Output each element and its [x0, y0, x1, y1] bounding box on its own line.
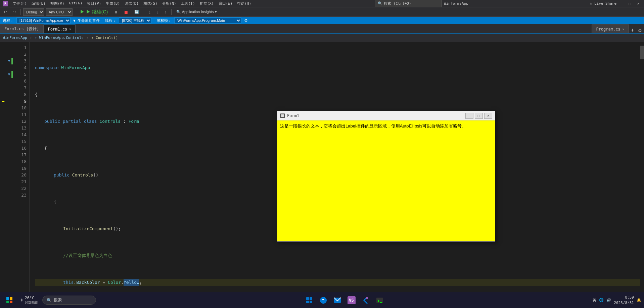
ln-1: 1	[13, 44, 27, 51]
bp-18	[0, 158, 7, 165]
winforms-close[interactable]: ✕	[484, 113, 492, 119]
col-3[interactable]: ▼	[7, 58, 11, 64]
col-12	[7, 118, 11, 125]
toolbar-sep4	[171, 9, 172, 15]
process-select[interactable]: [17516] WinFormsApp.exe	[16, 17, 71, 23]
title-bar-left: R 文件(F) 编辑(E) 视图(V) Git(G) 项目(P) 生成(B) 调…	[3, 0, 253, 7]
restart-button[interactable]: 🔄	[132, 9, 141, 15]
toolbar-undo[interactable]: ↩	[1, 9, 9, 15]
stack-select[interactable]: WinFormsApp.Program.Main	[174, 17, 241, 23]
tab-form1-close[interactable]: ✕	[69, 27, 71, 31]
col-22	[7, 185, 11, 192]
menu-build[interactable]: 生成(B)	[104, 0, 122, 7]
search-bar[interactable]: 🔍 搜索 (Ctrl+Q)	[375, 0, 442, 7]
lifecycle-btn[interactable]: ▼ 生命周期事件	[73, 18, 100, 23]
menu-git[interactable]: Git(G)	[67, 0, 85, 7]
bp-4	[0, 64, 7, 71]
new-tab-btn[interactable]: +	[629, 27, 636, 33]
ln-19: 19	[13, 165, 27, 172]
toolbar-redo[interactable]: ↪	[10, 9, 18, 15]
ln-4: 4	[13, 64, 27, 71]
col-23	[7, 192, 11, 199]
menu-analyze[interactable]: 分析(N)	[160, 0, 178, 7]
menu-tools[interactable]: 工具(T)	[179, 0, 197, 7]
run-button[interactable]: ▶ ▶ 继续(C)	[78, 8, 110, 16]
ln-10: 10	[13, 105, 27, 111]
menu-project[interactable]: 项目(P)	[85, 0, 103, 7]
ln-14: 14	[13, 132, 27, 138]
col-6	[7, 78, 11, 85]
bp-17	[0, 152, 7, 158]
taskbar-mail[interactable]	[331, 294, 344, 307]
svg-rect-4	[306, 297, 309, 300]
menu-extensions[interactable]: 扩展(X)	[198, 0, 216, 7]
stop-button[interactable]: ⏹	[121, 8, 131, 16]
menu-edit[interactable]: 编辑(E)	[30, 0, 48, 7]
main-area: WinFormsApp › ✦ WinFormsApp.Controls › ✦…	[0, 34, 644, 308]
step-out[interactable]: ↑	[163, 9, 169, 15]
col-14	[7, 132, 11, 138]
menu-window[interactable]: 窗口(W)	[217, 0, 235, 7]
search-placeholder: 搜索 (Ctrl+Q)	[384, 1, 411, 6]
menu-help[interactable]: 帮助(H)	[235, 0, 253, 7]
bp-14	[0, 132, 7, 138]
col-16	[7, 145, 11, 152]
start-button[interactable]	[3, 294, 16, 307]
col-7	[7, 85, 11, 91]
ln-22: 22	[13, 185, 27, 192]
tab-bar: Form1.cs [设计] Form1.cs ✕ Program.cs ✕ + …	[0, 24, 644, 34]
menu-debug[interactable]: 调试(D)	[123, 0, 141, 7]
cpu-select[interactable]: Any CPU	[46, 8, 73, 16]
line-numbers: 1 2 3 4 5 6 7 8 9 10 11 12 13 14	[13, 42, 30, 293]
pause-button[interactable]: ⏸	[111, 9, 120, 15]
winforms-maximize[interactable]: □	[475, 113, 483, 119]
taskbar-edge[interactable]	[317, 294, 330, 307]
ln-21: 21	[13, 178, 27, 185]
toolbar-sep1	[20, 9, 21, 15]
lang-indicator[interactable]: 英	[593, 298, 596, 303]
tab-options[interactable]: ⚙	[636, 28, 644, 33]
tab-program-cs[interactable]: Program.cs ✕	[592, 24, 629, 33]
app-insights[interactable]: 🔍 Application Insights ▾	[174, 9, 219, 15]
debug-settings[interactable]: ⚙	[244, 18, 248, 23]
tab-program-close[interactable]: ✕	[623, 27, 625, 31]
taskbar-files[interactable]	[303, 294, 316, 307]
scrollmap[interactable]	[640, 42, 644, 293]
winforms-minimize[interactable]: —	[465, 113, 473, 119]
taskbar-vs[interactable]: VS	[345, 294, 358, 307]
debug-mode-select[interactable]: Debug	[23, 8, 44, 16]
maximize-btn[interactable]: □	[627, 1, 633, 6]
ns-name: WinFormsApp	[61, 64, 90, 71]
vs-logo: R	[3, 1, 8, 6]
taskbar-terminal[interactable]	[373, 294, 386, 307]
notifications-icon[interactable]: 🔔	[637, 298, 641, 302]
tab-form1-cs[interactable]: Form1.cs ✕	[43, 24, 76, 33]
menu-file[interactable]: 文件(F)	[11, 0, 29, 7]
svg-rect-6	[306, 301, 309, 303]
step-into[interactable]: ↓	[154, 9, 161, 15]
volume-icon: 🔊	[606, 298, 611, 302]
taskbar-search[interactable]: 🔍 搜索	[42, 296, 96, 305]
bp-2	[0, 51, 7, 58]
col-5[interactable]: ▼	[7, 71, 11, 78]
menu-view[interactable]: 视图(V)	[48, 0, 66, 7]
taskbar-clock[interactable]: 8:59 2023/8/31	[614, 295, 634, 305]
menu-test[interactable]: 测试(S)	[141, 0, 159, 7]
thread-select[interactable]: [8720] 主线程	[119, 17, 151, 23]
close-btn[interactable]: ✕	[635, 1, 641, 6]
taskbar-vscode[interactable]	[359, 294, 372, 307]
minimize-btn[interactable]: —	[618, 1, 625, 6]
vs-taskbar-icon: VS	[348, 296, 356, 304]
edge-icon	[319, 296, 327, 304]
taskbar-search-label: 搜索	[54, 297, 62, 303]
ln-9: 9	[13, 98, 27, 105]
col-1[interactable]	[7, 44, 11, 51]
tab-form1-design[interactable]: Form1.cs [设计]	[0, 24, 43, 33]
step-over[interactable]: ⤵	[146, 9, 153, 15]
live-share-btn[interactable]: ♾ Live Share	[590, 1, 616, 6]
col-2	[7, 51, 11, 58]
scrollmap-thumb[interactable]	[640, 46, 644, 59]
ln-8: 8	[13, 91, 27, 98]
bp-7	[0, 85, 7, 91]
kw-namespace: namespace	[35, 64, 58, 71]
